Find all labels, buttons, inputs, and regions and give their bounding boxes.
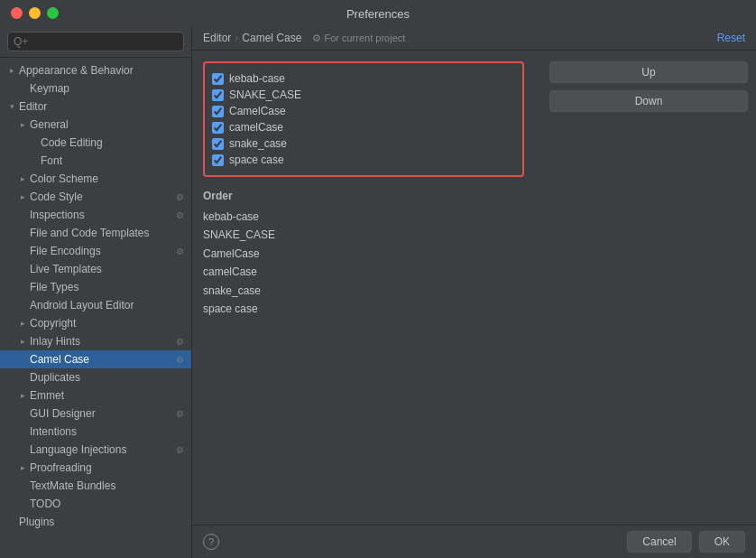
sidebar-item-label: Keymap xyxy=(30,82,69,95)
checkbox-item-snake-case-upper: SNAKE_CASE xyxy=(212,87,515,103)
maximize-button[interactable] xyxy=(47,7,59,19)
sidebar-item-label: Duplicates xyxy=(30,371,80,384)
down-button[interactable]: Down xyxy=(549,90,748,112)
sidebar-item-label: Inspections xyxy=(30,209,85,221)
sidebar-item-general[interactable]: ▸General xyxy=(0,116,191,134)
breadcrumb-camel-case: Camel Case xyxy=(242,32,301,44)
chevron-icon: ▸ xyxy=(18,319,27,328)
checkbox-label-camel-case-lower: camelCase xyxy=(229,121,283,134)
sidebar-item-language-injections[interactable]: Language Injections⚙ xyxy=(0,441,191,459)
sidebar-item-file-types[interactable]: File Types xyxy=(0,278,191,296)
badge-icon: ⚙ xyxy=(176,246,184,256)
order-list-item: camelCase xyxy=(203,263,524,281)
sidebar-item-label: Color Scheme xyxy=(30,172,98,185)
content-area: Editor › Camel Case ⚙ For current projec… xyxy=(192,26,756,558)
breadcrumb-editor: Editor xyxy=(203,32,231,44)
checkbox-list: kebab-case SNAKE_CASE CamelCase camelCas… xyxy=(203,61,524,177)
sidebar-item-plugins[interactable]: Plugins xyxy=(0,513,191,531)
project-tag: ⚙ For current project xyxy=(312,33,405,44)
sidebar-item-label: Live Templates xyxy=(30,263,102,275)
badge-icon: ⚙ xyxy=(176,409,184,419)
checkbox-snake-case-upper[interactable] xyxy=(212,89,224,101)
checkbox-item-kebab-case: kebab-case xyxy=(212,70,515,87)
sidebar-item-intentions[interactable]: Intentions xyxy=(0,423,191,441)
help-button[interactable]: ? xyxy=(203,534,219,550)
checkbox-kebab-case[interactable] xyxy=(212,73,224,85)
up-button[interactable]: Up xyxy=(549,61,748,83)
breadcrumb-separator: › xyxy=(235,32,238,44)
checkbox-item-space-case: space case xyxy=(212,152,515,168)
sidebar-item-copyright[interactable]: ▸Copyright xyxy=(0,314,191,332)
sidebar-item-file-encodings[interactable]: File Encodings⚙ xyxy=(0,242,191,260)
chevron-icon: ▸ xyxy=(7,66,16,75)
sidebar-item-gui-designer[interactable]: GUI Designer⚙ xyxy=(0,405,191,423)
chevron-icon: ▸ xyxy=(18,391,27,400)
sidebar-item-live-templates[interactable]: Live Templates xyxy=(0,260,191,278)
chevron-icon: ▸ xyxy=(18,463,27,472)
order-label: Order xyxy=(203,190,524,202)
chevron-icon: ▸ xyxy=(18,337,27,346)
checkbox-snake-case[interactable] xyxy=(212,138,224,150)
sidebar-item-label: Inlay Hints xyxy=(30,335,80,348)
sidebar-item-todo[interactable]: TODO xyxy=(0,495,191,513)
breadcrumb: Editor › Camel Case xyxy=(203,32,301,44)
sidebar-item-inlay-hints[interactable]: ▸Inlay Hints⚙ xyxy=(0,332,191,350)
ok-button[interactable]: OK xyxy=(699,531,745,553)
close-button[interactable] xyxy=(11,7,23,19)
order-list-item: SNAKE_CASE xyxy=(203,226,524,244)
checkbox-item-camel-case-lower: camelCase xyxy=(212,119,515,135)
title-bar: Preferences xyxy=(0,0,756,26)
sidebar-item-label: TODO xyxy=(30,498,60,510)
chevron-icon: ▾ xyxy=(7,102,16,111)
checkbox-label-kebab-case: kebab-case xyxy=(229,72,285,85)
sidebar-item-inspections[interactable]: Inspections⚙ xyxy=(0,206,191,224)
sidebar-item-proofreading[interactable]: ▸Proofreading xyxy=(0,459,191,477)
search-input[interactable] xyxy=(7,32,184,51)
sidebar-item-label: Android Layout Editor xyxy=(30,299,134,312)
badge-icon: ⚙ xyxy=(176,355,184,365)
content-header: Editor › Camel Case ⚙ For current projec… xyxy=(192,26,756,51)
checkbox-camel-case-lower[interactable] xyxy=(212,122,224,134)
sidebar-item-label: File Types xyxy=(30,281,78,293)
checkbox-camel-case-upper[interactable] xyxy=(212,106,224,117)
window-controls xyxy=(11,7,59,19)
sidebar-item-camel-case[interactable]: Camel Case⚙ xyxy=(0,350,191,368)
sidebar-item-duplicates[interactable]: Duplicates xyxy=(0,368,191,386)
sidebar-item-font[interactable]: Font xyxy=(0,152,191,170)
sidebar-item-code-style[interactable]: ▸Code Style⚙ xyxy=(0,188,191,206)
sidebar-item-label: Copyright xyxy=(30,317,76,330)
order-list-item: space case xyxy=(203,300,524,318)
sidebar-item-label: General xyxy=(30,118,69,131)
sidebar-item-label: Intentions xyxy=(30,425,77,438)
sidebar-item-emmet[interactable]: ▸Emmet xyxy=(0,386,191,405)
sidebar-item-label: TextMate Bundles xyxy=(30,479,115,492)
search-box xyxy=(0,26,191,58)
minimize-button[interactable] xyxy=(29,7,41,19)
chevron-icon: ▸ xyxy=(18,192,27,201)
order-section: Order kebab-caseSNAKE_CASECamelCasecamel… xyxy=(203,190,524,318)
checkbox-label-snake-case: snake_case xyxy=(229,137,287,150)
sidebar-item-label: File and Code Templates xyxy=(30,227,150,239)
checkbox-label-space-case: space case xyxy=(229,153,284,166)
sidebar-item-label: Camel Case xyxy=(30,353,89,366)
sidebar-item-label: Font xyxy=(41,154,62,167)
sidebar-item-textmate-bundles[interactable]: TextMate Bundles xyxy=(0,477,191,495)
sidebar-item-appearance-behavior[interactable]: ▸Appearance & Behavior xyxy=(0,61,191,79)
sidebar-item-color-scheme[interactable]: ▸Color Scheme xyxy=(0,170,191,188)
sidebar-item-file-code-templates[interactable]: File and Code Templates xyxy=(0,224,191,242)
badge-icon: ⚙ xyxy=(176,192,184,202)
sidebar-item-code-editing[interactable]: Code Editing xyxy=(0,134,191,152)
bottom-bar: ? Cancel OK xyxy=(192,525,756,558)
order-list-item: snake_case xyxy=(203,282,524,300)
sidebar-item-label: Code Editing xyxy=(41,136,103,149)
sidebar-item-label: Emmet xyxy=(30,389,64,402)
sidebar-item-keymap[interactable]: Keymap xyxy=(0,79,191,98)
cancel-button[interactable]: Cancel xyxy=(627,531,691,553)
sidebar-item-android-layout[interactable]: Android Layout Editor xyxy=(0,296,191,314)
badge-icon: ⚙ xyxy=(176,445,184,455)
sidebar-item-label: Code Style xyxy=(30,191,83,203)
left-panel: kebab-case SNAKE_CASE CamelCase camelCas… xyxy=(192,51,535,525)
reset-button[interactable]: Reset xyxy=(717,32,745,44)
checkbox-space-case[interactable] xyxy=(212,154,224,166)
sidebar-item-editor[interactable]: ▾Editor xyxy=(0,98,191,116)
